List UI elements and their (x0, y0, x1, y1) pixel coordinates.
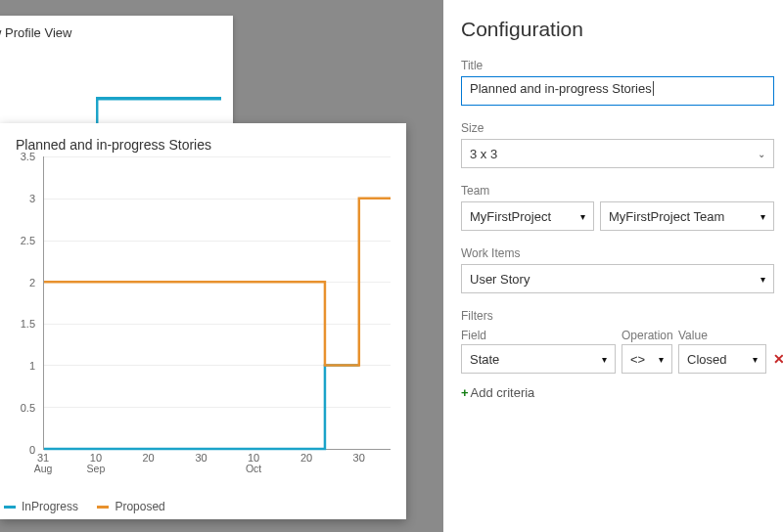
y-tick: 3.5 (21, 151, 35, 162)
team-project-select[interactable]: MyFirstProject ▾ (461, 201, 594, 231)
panel-heading: Configuration (461, 18, 775, 41)
chevron-down-icon: ▾ (602, 354, 607, 365)
team-label: Team (461, 184, 775, 198)
plot-region (43, 156, 391, 450)
chevron-down-icon: ▾ (753, 354, 758, 365)
y-axis: 3.5 3 2.5 2 1.5 1 0.5 0 (16, 156, 39, 450)
ghost-widget-title: w Profile View (0, 25, 221, 40)
series-line (44, 199, 391, 366)
y-tick: 1 (29, 360, 35, 372)
team-name-select[interactable]: MyFirstProject Team ▾ (600, 201, 774, 231)
chevron-down-icon: ▾ (580, 211, 585, 222)
plus-icon: + (461, 385, 469, 400)
work-items-label: Work Items (461, 246, 775, 260)
filter-value-select[interactable]: Closed ▾ (678, 344, 766, 374)
chart-area: 3.5 3 2.5 2 1.5 1 0.5 0 (16, 156, 391, 489)
chart-legend: InProgress Proposed (4, 498, 181, 514)
legend-swatch-icon (4, 506, 16, 509)
x-axis: 31Aug 10Sep 20 30 10Oct 20 30 (43, 452, 391, 479)
y-tick: 1.5 (21, 318, 35, 330)
chevron-down-icon: ▾ (760, 274, 765, 285)
filter-field-select[interactable]: State ▾ (461, 344, 616, 374)
configuration-panel: Configuration Title Planned and in-progr… (443, 0, 783, 532)
y-tick: 0.5 (21, 402, 35, 414)
size-label: Size (461, 121, 775, 135)
filter-row: State ▾ <> ▾ Closed ▾ ✕ (461, 344, 783, 374)
y-tick: 2.5 (21, 235, 35, 246)
title-label: Title (461, 59, 775, 72)
legend-item-proposed: Proposed (97, 500, 164, 513)
y-tick: 2 (29, 277, 35, 288)
filter-operation-select[interactable]: <> ▾ (622, 344, 672, 374)
filters-header: Field Operation Value (461, 329, 774, 342)
chevron-down-icon: ▾ (659, 354, 664, 365)
chart-title: Planned and in-progress Stories (16, 137, 391, 153)
y-tick: 3 (29, 193, 35, 204)
work-items-select[interactable]: User Story ▾ (461, 264, 774, 293)
chevron-down-icon: ▾ (760, 211, 765, 222)
series-line (44, 366, 359, 449)
legend-swatch-icon (97, 506, 109, 509)
title-input[interactable]: Planned and in-progress Stories (461, 76, 774, 106)
filters-label: Filters (461, 309, 775, 323)
size-select[interactable]: 3 x 3 ⌄ (461, 139, 774, 168)
chevron-down-icon: ⌄ (758, 149, 765, 159)
series-svg (44, 156, 391, 449)
modal-backdrop: w Profile View Planned and in-progress S… (0, 0, 443, 532)
add-criteria-button[interactable]: +Add criteria (461, 385, 775, 400)
legend-item-inprogress: InProgress (4, 500, 78, 513)
remove-filter-button[interactable]: ✕ (772, 351, 783, 367)
chart-preview-card: Planned and in-progress Stories 3.5 3 2.… (0, 123, 406, 519)
